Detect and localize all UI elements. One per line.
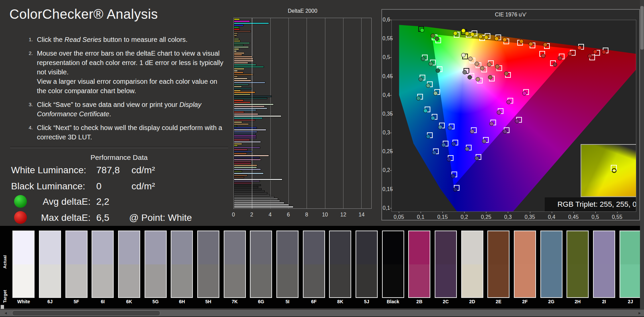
vertical-scrollbar-thumb[interactable] <box>640 6 644 50</box>
deltae-error-bar[interactable] <box>234 44 244 46</box>
deltae-error-bar[interactable] <box>234 24 244 26</box>
deltae-error-bar[interactable] <box>234 88 252 89</box>
deltae-error-bar[interactable] <box>234 20 250 22</box>
deltae-error-bar[interactable] <box>234 117 263 119</box>
deltae-error-bar[interactable] <box>234 135 256 137</box>
deltae-error-bar[interactable] <box>234 175 248 176</box>
deltae-error-bar[interactable] <box>234 84 249 85</box>
deltae-error-bar[interactable] <box>234 173 264 174</box>
deltae-error-bar[interactable] <box>234 159 261 161</box>
deltae-error-bar[interactable] <box>234 74 253 75</box>
deltae-error-bar[interactable] <box>234 188 262 190</box>
deltae-error-bar[interactable] <box>234 123 249 125</box>
swatch-tile-Black[interactable] <box>382 231 404 298</box>
deltae-error-bar[interactable] <box>234 46 249 48</box>
deltae-error-bar[interactable] <box>234 78 248 79</box>
deltae-error-bar[interactable] <box>234 102 251 103</box>
deltae-error-bar[interactable] <box>234 121 242 123</box>
deltae-error-bar[interactable] <box>234 200 280 202</box>
deltae-error-bar[interactable] <box>234 139 250 141</box>
deltae-error-bar[interactable] <box>234 149 248 150</box>
deltae-error-bar[interactable] <box>234 143 242 145</box>
deltae-chart[interactable] <box>233 18 372 209</box>
deltae-error-bar[interactable] <box>234 141 261 143</box>
deltae-error-bar[interactable] <box>234 50 237 52</box>
swatch-tile-6I[interactable] <box>92 231 114 298</box>
scroll-left-arrow-icon[interactable]: ◄ <box>3 310 9 316</box>
swatch-tile-5F[interactable] <box>65 231 88 298</box>
swatch-tile-6G[interactable] <box>250 231 272 298</box>
deltae-error-bar[interactable] <box>234 133 256 135</box>
deltae-error-bar[interactable] <box>234 184 261 186</box>
deltae-error-bar[interactable] <box>234 36 236 38</box>
swatch-tile-5H[interactable] <box>197 231 219 298</box>
deltae-error-bar[interactable] <box>234 186 258 188</box>
deltae-error-bar[interactable] <box>234 52 245 54</box>
deltae-error-bar[interactable] <box>234 165 257 166</box>
horizontal-scrollbar[interactable]: ◄ ► <box>0 310 644 316</box>
horizontal-scrollbar-thumb[interactable] <box>12 310 160 316</box>
deltae-error-bar[interactable] <box>234 22 269 24</box>
deltae-error-bar[interactable] <box>234 151 253 152</box>
swatch-tile-2H[interactable] <box>567 231 589 298</box>
deltae-error-bar[interactable] <box>234 35 237 36</box>
deltae-error-bar[interactable] <box>234 106 265 107</box>
swatch-tile-7K[interactable] <box>224 231 246 298</box>
swatch-tile-2F[interactable] <box>514 231 536 298</box>
deltae-error-bar[interactable] <box>234 56 253 58</box>
deltae-error-bar[interactable] <box>234 40 240 42</box>
deltae-error-bar[interactable] <box>234 90 241 91</box>
swatch-tile-6F[interactable] <box>303 231 325 298</box>
deltae-error-bar[interactable] <box>234 60 254 62</box>
deltae-error-bar[interactable] <box>234 48 239 50</box>
deltae-error-bar[interactable] <box>234 145 238 146</box>
deltae-error-bar[interactable] <box>234 169 261 170</box>
deltae-error-bar[interactable] <box>234 115 281 117</box>
swatch-tile-2B[interactable] <box>408 231 430 298</box>
deltae-error-bar[interactable] <box>234 129 266 131</box>
deltae-error-bar[interactable] <box>234 113 258 115</box>
swatch-tile-2I[interactable] <box>593 231 615 298</box>
deltae-error-bar[interactable] <box>234 192 267 194</box>
swatch-tile-2C[interactable] <box>435 231 457 298</box>
deltae-error-bar[interactable] <box>234 64 256 66</box>
deltae-error-bar[interactable] <box>234 42 250 44</box>
swatch-tile-5I[interactable] <box>276 231 299 298</box>
deltae-error-bar[interactable] <box>234 125 237 127</box>
deltae-error-bar[interactable] <box>234 33 238 34</box>
deltae-error-bar[interactable] <box>234 98 267 99</box>
swatch-tile-White[interactable] <box>12 231 35 298</box>
deltae-error-bar[interactable] <box>234 179 282 180</box>
deltae-error-bar[interactable] <box>234 80 251 81</box>
scroll-right-arrow-icon[interactable]: ► <box>637 310 643 316</box>
deltae-error-bar[interactable] <box>234 72 244 73</box>
deltae-error-bar[interactable] <box>234 111 244 113</box>
deltae-error-bar[interactable] <box>234 109 256 111</box>
deltae-error-bar[interactable] <box>234 28 240 30</box>
swatch-tile-6J[interactable] <box>39 231 61 298</box>
deltae-error-bar[interactable] <box>234 157 260 158</box>
deltae-error-bar[interactable] <box>234 147 260 148</box>
deltae-error-bar[interactable] <box>234 137 256 139</box>
deltae-error-bar[interactable] <box>234 100 244 101</box>
deltae-error-bar[interactable] <box>234 198 278 200</box>
deltae-error-bar[interactable] <box>234 30 251 32</box>
deltae-error-bar[interactable] <box>234 153 247 154</box>
deltae-error-bar[interactable] <box>234 190 265 192</box>
deltae-error-bar[interactable] <box>234 171 242 172</box>
swatch-tile-5G[interactable] <box>145 231 167 298</box>
deltae-error-bar[interactable] <box>234 68 245 70</box>
swatch-tile-6K[interactable] <box>118 231 140 298</box>
deltae-error-bar[interactable] <box>234 38 239 40</box>
deltae-error-bar[interactable] <box>234 204 289 206</box>
deltae-error-bar[interactable] <box>234 82 265 83</box>
deltae-error-bar[interactable] <box>234 70 238 72</box>
deltae-error-bar[interactable] <box>234 206 293 208</box>
deltae-error-bar[interactable] <box>234 182 252 184</box>
swatch-tile-2G[interactable] <box>540 231 562 298</box>
deltae-error-bar[interactable] <box>234 66 264 68</box>
deltae-error-bar[interactable] <box>234 96 272 97</box>
swatch-tile-2D[interactable] <box>461 231 483 298</box>
swatch-tile-5J[interactable] <box>356 231 378 298</box>
deltae-error-bar[interactable] <box>234 104 274 105</box>
